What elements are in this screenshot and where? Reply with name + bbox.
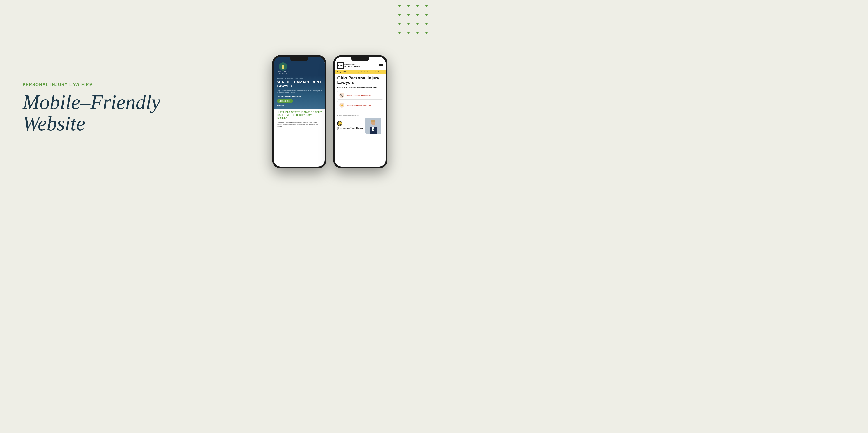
- svg-point-0: [283, 64, 283, 65]
- phone1-notch: [290, 57, 308, 61]
- dot: [426, 23, 428, 25]
- dot: [398, 23, 401, 25]
- dot: [398, 13, 401, 16]
- right-section: EMERALD CiTy LAW GROUP Homepage / Person…: [225, 0, 434, 216]
- phone1-section2: HURT IN A SEATTLE CAR CRASH? CALL EMERAL…: [274, 109, 324, 129]
- phone2-cta-card-2[interactable]: 🤝 Learn why others have hired KNR: [337, 101, 383, 110]
- partner-section: 📞 Christopher J. Van Blargan Partner: [337, 118, 383, 134]
- phone1-hero-subtitle: King County experiences tens of thousand…: [277, 90, 322, 94]
- dot: [426, 13, 428, 16]
- dot: [407, 4, 410, 7]
- dot: [416, 4, 418, 7]
- heading-line2: Website: [23, 112, 85, 135]
- partner-photo: [365, 118, 381, 134]
- phone2-hero-subtitle: Being injured isn't easy. But working wi…: [337, 86, 383, 89]
- phone2-notch: [351, 57, 369, 61]
- svg-point-6: [371, 120, 375, 122]
- dot: [416, 23, 418, 25]
- partner-silhouette-svg: [365, 118, 381, 134]
- phone2-hero-title: Ohio Personal Injury Lawyers: [337, 76, 383, 85]
- partner-role: Partner: [337, 129, 364, 131]
- emerald-logo-text: EMERALD CiTy LAW GROUP: [277, 71, 289, 74]
- left-section: PERSONAL INJURY LAW FIRM Mobile–Friendly…: [0, 69, 225, 148]
- phone-cta-icon: 📞: [339, 93, 344, 98]
- phone1-hero-title: SEATTLE CAR ACCIDENT LAWYER: [277, 80, 322, 88]
- dots-grid: [398, 4, 430, 36]
- knr-logo-area: KNR & Redick, LLC INJURY ATTORNEYS: [337, 62, 360, 69]
- phone1-screen: EMERALD CiTy LAW GROUP Homepage / Person…: [274, 57, 324, 167]
- phone1-content: EMERALD CiTy LAW GROUP Homepage / Person…: [274, 57, 324, 167]
- heading-line1: Mobile–Friendly: [23, 91, 160, 113]
- google-label: Google: [337, 71, 342, 73]
- phone2-screen: KNR & Redick, LLC INJURY ATTORNEYS: [335, 57, 385, 167]
- phone1-free-consult: Free Consultations. Available 24/7: [277, 95, 322, 97]
- knr-logo-box: KNR: [337, 62, 344, 69]
- dot: [407, 23, 410, 25]
- phone2-cta2-text[interactable]: Learn why others have hired KNR: [346, 105, 371, 106]
- partner-info: Christopher J. Van Blargan Partner: [337, 127, 364, 131]
- phone1-section2-text: You may have passed by countless acciden…: [277, 121, 322, 127]
- handshake-cta-icon: 🤝: [339, 103, 344, 108]
- phone2-content: KNR & Redick, LLC INJURY ATTORNEYS: [335, 57, 385, 167]
- phone2-google-bar: Google "KNR went above and beyond to hel…: [335, 70, 385, 74]
- dot: [426, 32, 428, 34]
- category-label: PERSONAL INJURY LAW FIRM: [23, 82, 212, 87]
- dot: [426, 4, 428, 7]
- emerald-logo-icon: [279, 62, 287, 70]
- phone2-hero: Ohio Personal Injury Lawyers Being injur…: [335, 74, 385, 113]
- phone1-section2-title: HURT IN A SEATTLE CAR CRASH? CALL EMERAL…: [277, 111, 322, 120]
- phone2-cta-card-1[interactable]: 📞 Call for a free consult (888) 530-5211: [337, 91, 383, 99]
- dot: [407, 13, 410, 16]
- hamburger-icon[interactable]: [318, 67, 322, 69]
- building-icon: [281, 64, 285, 69]
- phone1-mockup: EMERALD CiTy LAW GROUP Homepage / Person…: [272, 55, 327, 168]
- page-wrapper: PERSONAL INJURY LAW FIRM Mobile–Friendly…: [0, 0, 434, 216]
- phone2-cta1-text[interactable]: Call for a free consult (888) 530-5211: [346, 94, 373, 96]
- phone1-cta-button[interactable]: (206) 231-5338: [277, 99, 293, 103]
- phone-icon-yellow[interactable]: 📞: [337, 121, 342, 126]
- main-heading: Mobile–Friendly Website: [23, 92, 212, 134]
- google-review-text: "KNR went above and beyond to help with …: [343, 71, 383, 73]
- dot: [416, 32, 418, 34]
- emerald-logo: EMERALD CiTy LAW GROUP: [277, 62, 289, 74]
- phone1-breadcrumb: Homepage / Personal Injury / Car Acciden…: [277, 78, 322, 79]
- phone1-online-form-link[interactable]: Online Form: [277, 104, 322, 106]
- partner-name: Christopher J. Van Blargan: [337, 127, 364, 129]
- dot: [407, 32, 410, 34]
- dot: [398, 32, 401, 34]
- phone2-free-consult: Free Consultations // Available 24/7: [337, 115, 383, 116]
- dot: [398, 4, 401, 7]
- knr-logo-text: & Redick, LLC INJURY ATTORNEYS: [344, 64, 360, 67]
- phone1-hero: Homepage / Personal Injury / Car Acciden…: [274, 76, 324, 109]
- phone2-hamburger-icon[interactable]: [379, 64, 383, 67]
- dot: [416, 13, 418, 16]
- phone2-bottom: Free Consultations // Available 24/7 📞 C…: [335, 113, 385, 135]
- phone2-mockup: KNR & Redick, LLC INJURY ATTORNEYS: [333, 55, 388, 168]
